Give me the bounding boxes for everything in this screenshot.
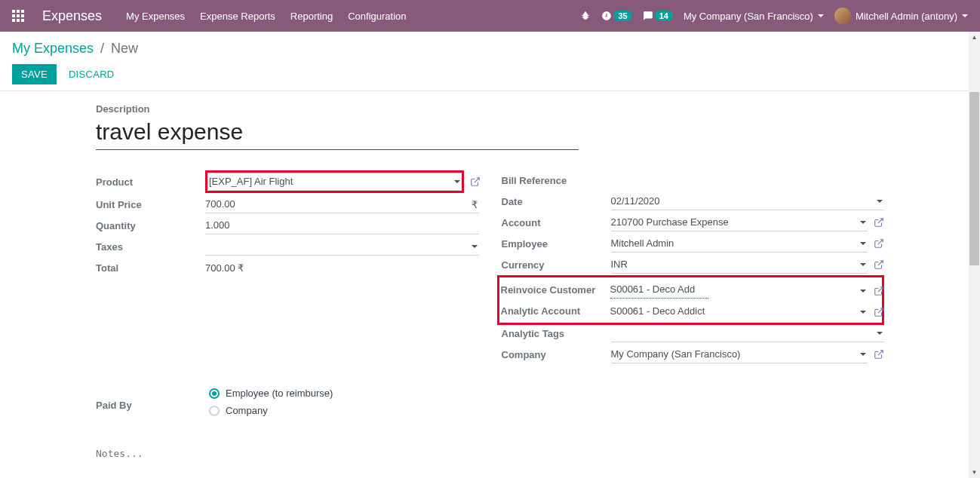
product-label: Product — [96, 176, 205, 188]
paid-by-company-label: Company — [226, 405, 268, 416]
discard-button[interactable]: Discard — [60, 64, 124, 84]
external-link-icon[interactable] — [470, 176, 481, 187]
notes-input[interactable] — [96, 445, 579, 472]
right-column: Bill Reference Date Account — [502, 170, 885, 365]
left-column: Product Unit Price ₹ Quantity — [96, 170, 479, 365]
date-label: Date — [502, 196, 611, 207]
total-label: Total — [96, 262, 205, 274]
breadcrumb-current: New — [111, 41, 138, 56]
paid-by-employee-label: Employee (to reimburse) — [226, 388, 333, 399]
save-button[interactable]: Save — [12, 64, 57, 84]
chat-badge: 14 — [655, 11, 673, 21]
reinvoice-label: Reinvoice Customer — [501, 284, 610, 296]
timer-icon[interactable]: 35 — [601, 11, 631, 21]
bug-icon[interactable] — [580, 11, 591, 21]
product-field: Product — [96, 170, 479, 194]
chevron-down-icon — [860, 311, 866, 314]
apps-icon[interactable] — [12, 10, 24, 22]
external-link-icon[interactable] — [874, 217, 884, 228]
title-input[interactable] — [96, 119, 579, 150]
nav-reporting[interactable]: Reporting — [290, 11, 333, 22]
caret-down-icon — [962, 14, 968, 17]
account-input[interactable] — [611, 213, 868, 231]
account-field: Account — [502, 212, 885, 233]
user-name: Mitchell Admin (antony) — [856, 11, 957, 22]
employee-input[interactable] — [611, 234, 868, 253]
action-buttons: Save Discard — [12, 64, 968, 84]
employee-label: Employee — [502, 238, 611, 250]
paid-by-employee-option[interactable]: Employee (to reimburse) — [209, 388, 333, 399]
company-label: Company — [502, 349, 611, 360]
top-navbar: Expenses My Expenses Expense Reports Rep… — [0, 0, 980, 32]
radio-icon — [209, 406, 220, 416]
timer-badge: 35 — [613, 11, 631, 21]
external-link-icon[interactable] — [874, 349, 884, 360]
breadcrumb-link[interactable]: My Expenses — [12, 41, 94, 56]
form-scroll-area[interactable]: Description Product Unit Price ₹ — [0, 91, 980, 472]
analytic-tags-input[interactable] — [611, 324, 885, 342]
taxes-field: Taxes — [96, 236, 479, 257]
analytic-tags-label: Analytic Tags — [502, 328, 611, 339]
breadcrumb-separator: / — [100, 41, 104, 56]
caret-down-icon — [818, 14, 824, 17]
nav-menu: My Expenses Expense Reports Reporting Co… — [126, 11, 406, 22]
quantity-field: Quantity — [96, 215, 479, 236]
user-menu[interactable]: Mitchell Admin (antony) — [834, 8, 968, 24]
bill-ref-field: Bill Reference — [502, 170, 885, 191]
company-field: Company — [502, 344, 885, 365]
company-input[interactable] — [611, 345, 868, 363]
scroll-down-arrow[interactable]: ▼ — [969, 467, 980, 472]
account-label: Account — [502, 217, 611, 228]
external-link-icon[interactable] — [874, 238, 884, 249]
currency-field: Currency — [502, 254, 885, 275]
company-switcher[interactable]: My Company (San Francisco) — [684, 11, 824, 22]
quantity-input[interactable] — [205, 216, 479, 234]
bill-ref-label: Bill Reference — [502, 175, 611, 186]
company-name: My Company (San Francisco) — [684, 11, 813, 22]
unit-price-field: Unit Price ₹ — [96, 194, 479, 215]
notes-section — [96, 445, 579, 472]
nav-configuration[interactable]: Configuration — [348, 11, 406, 22]
analytic-tags-field: Analytic Tags — [502, 323, 885, 344]
navbar-left: Expenses My Expenses Expense Reports Rep… — [12, 8, 407, 24]
scrollbar[interactable]: ▲ ▼ — [969, 32, 980, 472]
paid-by-group: Paid By Employee (to reimburse) Company — [96, 388, 884, 422]
product-input[interactable] — [209, 173, 460, 191]
total-value: 700.00 ₹ — [205, 259, 244, 277]
breadcrumb: My Expenses / New — [12, 41, 968, 57]
quantity-label: Quantity — [96, 220, 205, 231]
radio-icon — [209, 388, 220, 399]
date-input[interactable] — [611, 192, 885, 210]
currency-input[interactable] — [611, 256, 868, 274]
date-field: Date — [502, 191, 885, 212]
description-label: Description — [96, 103, 884, 115]
external-link-icon[interactable] — [874, 259, 884, 270]
reinvoice-input[interactable] — [610, 280, 708, 299]
currency-symbol: ₹ — [472, 199, 478, 210]
form-grid: Product Unit Price ₹ Quantity — [96, 170, 884, 365]
paid-by-company-option[interactable]: Company — [209, 405, 333, 416]
taxes-input[interactable] — [205, 237, 479, 256]
nav-expense-reports[interactable]: Expense Reports — [200, 11, 275, 22]
control-bar: My Expenses / New Save Discard — [0, 32, 980, 91]
avatar — [834, 8, 851, 24]
total-field: Total 700.00 ₹ — [96, 257, 479, 278]
scroll-up-arrow[interactable]: ▲ — [969, 32, 980, 43]
reinvoice-field: Reinvoice Customer — [501, 279, 881, 300]
nav-my-expenses[interactable]: My Expenses — [126, 11, 185, 22]
app-brand[interactable]: Expenses — [42, 8, 102, 24]
taxes-label: Taxes — [96, 241, 205, 253]
currency-label: Currency — [502, 259, 611, 271]
unit-price-label: Unit Price — [96, 199, 205, 210]
unit-price-input[interactable] — [205, 195, 479, 213]
external-link-icon[interactable] — [874, 286, 884, 296]
analytic-account-label: Analytic Account — [501, 305, 610, 317]
scrollbar-thumb[interactable] — [969, 92, 979, 265]
navbar-right: 35 14 My Company (San Francisco) Mitchel… — [580, 8, 968, 24]
paid-by-label: Paid By — [96, 400, 209, 411]
form-sheet: Description Product Unit Price ₹ — [81, 91, 899, 472]
chat-icon[interactable]: 14 — [643, 11, 673, 21]
employee-field: Employee — [502, 233, 885, 254]
